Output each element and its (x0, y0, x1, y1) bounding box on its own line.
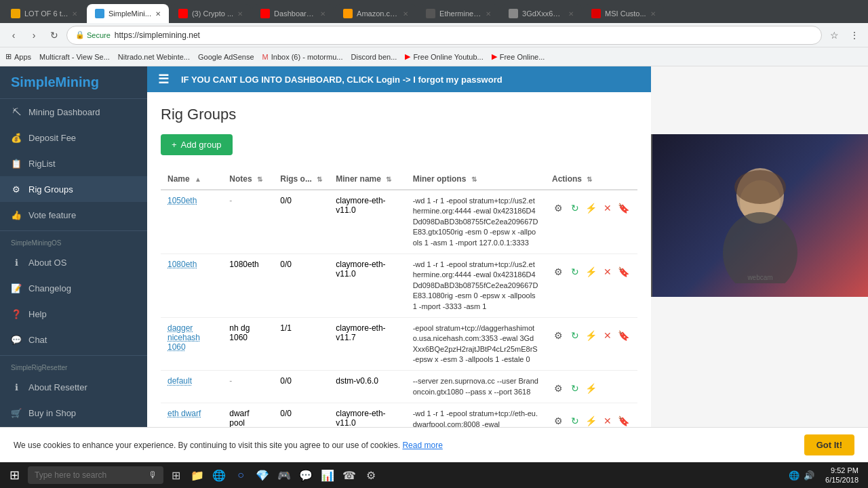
taskbar-search-input[interactable] (28, 466, 163, 484)
col-rigs[interactable]: Rigs o... ⇅ (273, 169, 329, 190)
browser-tab-6[interactable]: Ethermine -... ✕ (418, 4, 499, 23)
tab-close-8[interactable]: ✕ (650, 10, 656, 18)
tab-close-4[interactable]: ✕ (320, 10, 326, 18)
delete-icon-1050eth[interactable]: ✕ (601, 201, 614, 215)
bookmark-icon-dagger[interactable]: 🔖 (617, 329, 631, 342)
volume-icon: 🔊 (804, 470, 814, 481)
settings-icon-default[interactable]: ⚙ (552, 382, 566, 395)
taskbar: ⊞ 🎙 ⊞ 📁 🌐 ○ 💎 🎮 💬 📊 ☎ ⚙ 🌐 🔊 9:52 PM 6/15… (0, 462, 868, 488)
taskbar-app1-icon[interactable]: 💎 (253, 466, 272, 485)
bookmark-inbox[interactable]: M Inbox (6) - motormu... (262, 53, 343, 61)
sidebar-item-changelog[interactable]: 📝 Changelog (0, 275, 147, 301)
col-name[interactable]: Name ▲ (161, 169, 222, 190)
tab-close-6[interactable]: ✕ (486, 10, 491, 18)
tab-label-5: Amazon.co... (357, 9, 399, 18)
sidebar-item-riglist[interactable]: 📋 RigList (0, 150, 147, 176)
refresh-icon-eth-dwarf[interactable]: ↻ (568, 414, 582, 428)
bolt-icon-eth-dwarf[interactable]: ⚡ (585, 414, 598, 428)
tab-close-7[interactable]: ✕ (568, 10, 574, 18)
bookmark-nitrado[interactable]: Nitrado.net Webinte... (118, 53, 190, 61)
tab-close-5[interactable]: ✕ (403, 10, 408, 18)
sidebar-item-buy-in-shop[interactable]: 🛒 Buy in Shop (0, 400, 147, 426)
add-group-button[interactable]: + Add group (161, 134, 233, 155)
taskbar-search-container: 🎙 (28, 466, 163, 484)
tab-close-3[interactable]: ✕ (237, 10, 243, 18)
refresh-icon-dagger[interactable]: ↻ (568, 329, 582, 342)
rig-name-link-1080eth[interactable]: 1080eth (167, 260, 197, 269)
delete-icon-eth-dwarf[interactable]: ✕ (601, 414, 614, 428)
rig-name-link-default[interactable]: default (167, 376, 192, 386)
bookmark-youtube1[interactable]: ▶ Free Online Youtub... (405, 52, 483, 61)
bookmark-icon-1080eth[interactable]: 🔖 (617, 265, 631, 279)
settings-icon-dagger[interactable]: ⚙ (552, 329, 566, 342)
col-miner-options[interactable]: Miner options ⇅ (406, 169, 545, 190)
cell-name-1050eth: 1050eth (161, 190, 222, 253)
refresh-icon-1080eth[interactable]: ↻ (568, 265, 582, 279)
delete-icon-1080eth[interactable]: ✕ (601, 265, 614, 279)
sidebar-item-about-resetter[interactable]: ℹ About Resetter (0, 374, 147, 400)
browser-tab-2[interactable]: SimpleMini... ✕ (87, 4, 169, 23)
hamburger-button[interactable]: ☰ (158, 72, 169, 87)
taskbar-skype-icon[interactable]: ☎ (340, 466, 359, 485)
sidebar-item-mining-dashboard[interactable]: ⛏ Mining Dashboard (0, 99, 147, 125)
sidebar-item-about-os[interactable]: ℹ About OS (0, 249, 147, 275)
taskbar-app2-icon[interactable]: 🎮 (275, 466, 294, 485)
sidebar-item-chat[interactable]: 💬 Chat (0, 327, 147, 352)
bookmark-adsense[interactable]: Google AdSense (198, 53, 254, 61)
bolt-icon-1080eth[interactable]: ⚡ (585, 265, 598, 279)
rig-name-link-dagger[interactable]: dagger nicehash1060 (167, 323, 200, 352)
col-miner-name[interactable]: Miner name ⇅ (329, 169, 406, 190)
refresh-icon-default[interactable]: ↻ (568, 382, 582, 395)
tab-close-2[interactable]: ✕ (155, 10, 161, 18)
browser-tab-3[interactable]: (3) Crypto ... ✕ (170, 4, 251, 23)
taskbar-files-icon[interactable]: 📁 (188, 466, 207, 485)
forward-button[interactable]: › (26, 27, 42, 43)
reload-button[interactable]: ↻ (46, 27, 62, 43)
browser-tab-5[interactable]: Amazon.co... ✕ (335, 4, 416, 23)
bookmark-youtube2[interactable]: ▶ Free Online... (492, 52, 545, 61)
menu-button[interactable]: ⋮ (846, 27, 863, 43)
start-button[interactable]: ⊞ (4, 465, 25, 485)
rig-name-link-1050eth[interactable]: 1050eth (167, 196, 197, 205)
back-button[interactable]: ‹ (5, 27, 22, 43)
refresh-icon-1050eth[interactable]: ↻ (568, 201, 582, 215)
taskbar-app5-icon[interactable]: ⚙ (361, 466, 380, 485)
delete-icon-dagger[interactable]: ✕ (601, 329, 614, 342)
bolt-icon-default[interactable]: ⚡ (585, 382, 598, 395)
bookmark-discord[interactable]: Discord ben... (351, 53, 397, 61)
browser-tab-7[interactable]: 3GdXxx6BC... ✕ (500, 4, 582, 23)
sidebar-item-help[interactable]: ❓ Help (0, 301, 147, 327)
col-notes[interactable]: Notes ⇅ (222, 169, 273, 190)
browser-tab-4[interactable]: Dashboard... ✕ (252, 4, 334, 23)
taskbar-edge-icon[interactable]: 🌐 (210, 466, 229, 485)
bolt-icon-1050eth[interactable]: ⚡ (585, 201, 598, 215)
navigation-bar: ‹ › ↻ 🔒 Secure https://simplemining.net … (0, 23, 868, 47)
sidebar-item-vote-feature[interactable]: 👍 Vote feature (0, 202, 147, 228)
taskbar-chrome-icon[interactable]: ○ (231, 466, 250, 485)
settings-icon-1080eth[interactable]: ⚙ (552, 265, 566, 279)
browser-tab-1[interactable]: LOT OF 6 t... ✕ (3, 4, 85, 23)
tab-label-7: 3GdXxx6BC... (522, 9, 564, 18)
cookie-text: We use cookies to enhance your experienc… (14, 441, 400, 450)
bookmark-icon-eth-dwarf[interactable]: 🔖 (617, 414, 631, 428)
cell-name-default: default (161, 371, 222, 403)
taskbar-app3-icon[interactable]: 💬 (296, 466, 315, 485)
actions-dagger: ⚙ ↻ ⚡ ✕ 🔖 (552, 323, 631, 342)
read-more-link[interactable]: Read more (402, 441, 442, 450)
browser-tab-8[interactable]: MSI Custo... ✕ (583, 4, 664, 23)
taskbar-app4-icon[interactable]: 📊 (318, 466, 337, 485)
address-bar[interactable]: 🔒 Secure https://simplemining.net (66, 26, 822, 45)
taskbar-grid-icon[interactable]: ⊞ (166, 466, 185, 485)
settings-icon-1050eth[interactable]: ⚙ (552, 201, 566, 215)
bookmark-icon-1050eth[interactable]: 🔖 (617, 201, 631, 215)
sidebar-item-deposit-fee[interactable]: 💰 Deposit Fee (0, 125, 147, 150)
bookmark-multicraft[interactable]: Multicraft - View Se... (39, 53, 110, 61)
bookmark-apps[interactable]: ⊞ Apps (5, 52, 31, 61)
cookie-got-it-button[interactable]: Got It! (804, 434, 854, 455)
rig-name-link-eth-dwarf[interactable]: eth dwarf (167, 409, 201, 418)
settings-icon-eth-dwarf[interactable]: ⚙ (552, 414, 566, 428)
bookmark-page-button[interactable]: ☆ (826, 27, 842, 43)
sidebar-item-rig-groups[interactable]: ⚙ Rig Groups (0, 176, 147, 202)
tab-close-1[interactable]: ✕ (72, 10, 77, 18)
bolt-icon-dagger[interactable]: ⚡ (585, 329, 598, 342)
